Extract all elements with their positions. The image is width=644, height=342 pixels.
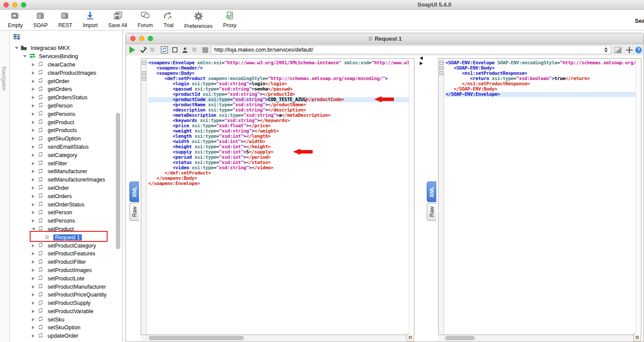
expand-right-icon[interactable] (32, 269, 35, 272)
request-minimize-button[interactable] (139, 36, 144, 41)
tree-item-clearproductimages[interactable]: clearProductImages (10, 69, 122, 77)
expand-right-icon[interactable] (32, 63, 35, 66)
tree-item-clearcache[interactable]: clearCache (10, 61, 122, 69)
workspace-view-icon[interactable] (13, 33, 21, 43)
tree-item-setskuoption[interactable]: setSkuOption (10, 324, 122, 332)
tree-item-getorders[interactable]: getOrders (10, 85, 122, 94)
cancel-request-button[interactable] (202, 45, 208, 54)
request-editor-hscrollbar[interactable] (141, 335, 414, 341)
request-xml-editor[interactable]: <soapenv:Envelope xmlns:xsi="http://www.… (141, 58, 414, 335)
tree-item-setpersons[interactable]: setPersons (10, 217, 122, 225)
expand-right-icon[interactable] (32, 203, 35, 206)
tree-item-setfilter[interactable]: setFilter (10, 159, 122, 168)
tree-item-setsku[interactable]: setSku (10, 315, 122, 324)
tree-item-setproductpricequantity[interactable]: setProductPriceQuantity (10, 291, 122, 299)
resubmit-request-button[interactable] (140, 45, 147, 54)
create-empty-request-button[interactable] (172, 45, 178, 54)
expand-right-icon[interactable] (32, 154, 35, 157)
tree-item-getorder[interactable]: getOrder (10, 77, 122, 85)
request-tab-xml[interactable]: XML (129, 181, 139, 202)
clone-request-button[interactable] (182, 45, 188, 54)
tree-item-getordersstatus[interactable]: getOrdersStatus (10, 94, 122, 102)
search-label[interactable]: Sea (635, 17, 644, 24)
expand-right-icon[interactable] (32, 219, 35, 223)
expand-right-icon[interactable] (32, 71, 35, 75)
collapse-right-icon[interactable] (420, 62, 423, 65)
expand-right-icon[interactable] (32, 145, 35, 149)
fold-collapse-icon[interactable] (439, 66, 443, 70)
expand-right-icon[interactable] (32, 211, 35, 214)
recreate-request-button[interactable] (161, 45, 168, 54)
toolbar-button-save-all[interactable]: Save All (103, 11, 132, 28)
toolbar-button-rest[interactable]: *RESTREST (53, 11, 77, 28)
request-maximize-editor-button[interactable] (407, 334, 414, 341)
tree-item-updateorder[interactable]: updateOrder (10, 332, 122, 340)
tree-item-setorder[interactable]: setOrder (10, 184, 122, 192)
expand-right-icon[interactable] (32, 195, 35, 198)
expand-right-icon[interactable] (32, 318, 35, 321)
expand-right-icon[interactable] (32, 129, 35, 132)
tree-item-setproductsupply[interactable]: setProductSupply (10, 299, 122, 307)
expand-down-icon[interactable] (15, 47, 18, 49)
tree-item-setorders[interactable]: setOrders (10, 192, 122, 200)
expand-right-icon[interactable] (32, 244, 35, 248)
toolbar-button-soap[interactable]: *SOAPSOAP (28, 11, 53, 28)
add-button[interactable] (626, 45, 633, 54)
expand-right-icon[interactable] (32, 301, 35, 305)
toolbar-button-import[interactable]: Import (77, 11, 103, 28)
expand-right-icon[interactable] (32, 162, 35, 165)
tree-item-servicesbinding[interactable]: ServicesBinding (10, 52, 122, 61)
request-editor-vscrollbar[interactable] (409, 59, 414, 335)
tree-item-getskuoption[interactable]: getSkuOption (10, 135, 122, 143)
expand-right-icon[interactable] (32, 252, 35, 255)
expand-right-icon[interactable] (32, 310, 35, 313)
tree-item-setorderstatus[interactable]: setOrderStatus (10, 200, 122, 209)
expand-right-icon[interactable] (32, 326, 35, 329)
response-hscroll-thumb[interactable] (445, 336, 475, 340)
fold-collapse-icon[interactable] (439, 61, 443, 65)
tree-item-setmanufacturerimages[interactable]: setManufacturerImages (10, 176, 122, 184)
tree-item-sendemailstatus[interactable]: sendEmailStatus (10, 143, 122, 151)
response-maximize-editor-button[interactable] (634, 334, 641, 341)
tree-item-getpersons[interactable]: getPersons (10, 110, 122, 118)
tree-item-setproductvariable[interactable]: setProductVariable (10, 307, 122, 316)
expand-right-icon[interactable] (32, 137, 35, 140)
zoom-window-button[interactable] (21, 2, 26, 7)
tree-item-setperson[interactable]: setPerson (10, 209, 122, 217)
tree-item-setproductimages[interactable]: setProductImages (10, 266, 122, 275)
tree-item-getproduct[interactable]: getProduct (10, 118, 122, 126)
expand-right-icon[interactable] (32, 293, 35, 297)
soap-headers-button[interactable]: SOAP (192, 45, 196, 54)
tree-item-setproductmanufacturer[interactable]: setProductManufacturer (10, 283, 122, 291)
tree-item-setproductcategory[interactable]: setProductCategory (10, 241, 122, 250)
expand-right-icon[interactable] (32, 277, 35, 280)
minimize-window-button[interactable] (12, 2, 17, 7)
request-hscroll-thumb[interactable] (149, 336, 244, 340)
response-xml-editor[interactable]: <SOAP-ENV:Envelope SOAP-ENV:encodingStyl… (438, 58, 641, 335)
expand-right-icon[interactable] (32, 285, 35, 289)
request-zoom-button[interactable] (148, 36, 153, 41)
tear-off-button[interactable] (614, 45, 622, 54)
tree-item-integracao-mkx[interactable]: Integracao MKX (10, 44, 122, 52)
toolbar-button-proxy[interactable]: Proxy (218, 11, 242, 28)
endpoint-stepper-icon[interactable] (603, 46, 609, 53)
response-tab-xml[interactable]: XML (427, 181, 436, 202)
submit-request-button[interactable] (129, 45, 135, 54)
fold-collapse-icon[interactable] (142, 61, 146, 65)
navigator-panel-label[interactable]: Navigator (1, 66, 7, 91)
collapse-left-icon[interactable] (420, 56, 423, 60)
expand-right-icon[interactable] (32, 104, 35, 108)
tree-item-getproducts[interactable]: getProducts (10, 126, 122, 135)
toolbar-button-preferences[interactable]: Preferences (179, 11, 218, 29)
toolbar-button-forum[interactable]: Forum (132, 11, 158, 28)
expand-right-icon[interactable] (32, 170, 35, 173)
expand-down-icon[interactable] (23, 55, 27, 58)
expand-right-icon[interactable] (32, 96, 35, 99)
expand-right-icon[interactable] (32, 80, 35, 83)
expand-down-icon[interactable] (32, 228, 35, 230)
tree-item-setproductfilter[interactable]: setProductFilter (10, 258, 122, 266)
tree-item-setcategory[interactable]: setCategory (10, 151, 122, 159)
tree-item-getperson[interactable]: getPerson (10, 102, 122, 110)
response-editor-hscrollbar[interactable] (439, 335, 641, 341)
expand-right-icon[interactable] (32, 186, 35, 190)
